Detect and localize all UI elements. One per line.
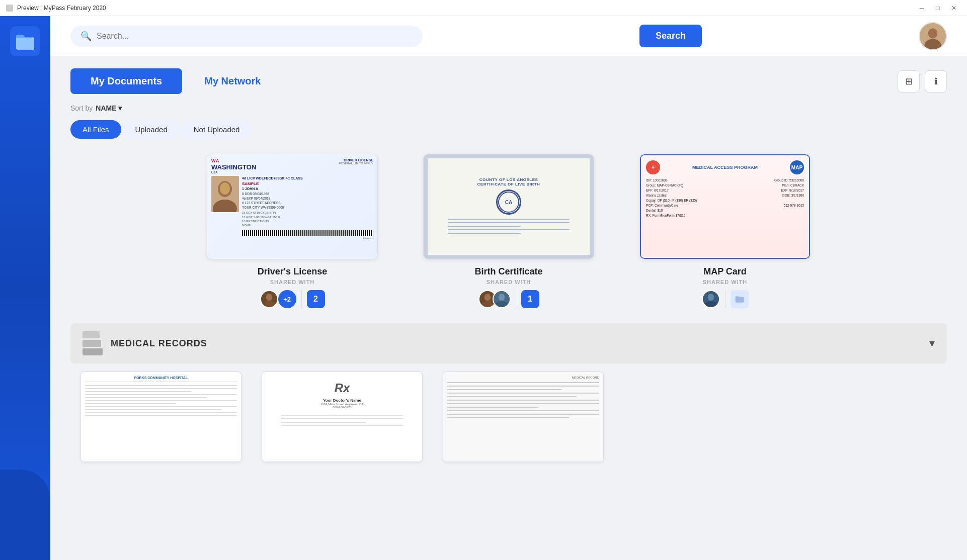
search-bar[interactable]: 🔍 bbox=[70, 26, 423, 47]
sort-chevron-icon: ▾ bbox=[118, 104, 122, 112]
search-icon: 🔍 bbox=[80, 31, 92, 42]
svg-point-6 bbox=[220, 182, 230, 195]
medical-records-icon bbox=[83, 331, 103, 355]
folder-badge-2 bbox=[731, 290, 749, 308]
rx-doctor-name: Your Doctor's Name bbox=[323, 398, 361, 403]
info-button[interactable]: ℹ bbox=[925, 70, 947, 92]
doc-shared-label-2: SHARED WITH bbox=[703, 279, 748, 285]
titlebar-title: Preview : MyPass February 2020 bbox=[17, 5, 106, 12]
section-expand-icon: ▾ bbox=[929, 337, 935, 350]
doc-shared-label-1: SHARED WITH bbox=[487, 279, 531, 285]
map-logo-left: + bbox=[646, 160, 660, 174]
app-container: 🔍 Search My Documents My Network bbox=[0, 16, 967, 560]
filter-uploaded[interactable]: Uploaded bbox=[123, 120, 180, 139]
doc-thumbnail-drivers-license: WA WASHINGTON USA DRIVER LICENSE FEDERAL… bbox=[207, 154, 378, 259]
svg-point-19 bbox=[707, 294, 713, 301]
filter-all-files[interactable]: All Files bbox=[70, 120, 121, 139]
tab-group: My Documents My Network bbox=[70, 68, 281, 94]
filter-not-uploaded[interactable]: Not Uploaded bbox=[182, 120, 252, 139]
maximize-button[interactable]: □ bbox=[931, 3, 945, 13]
medical-docs-grid: FORKS COMMUNITY HOSPITAL bbox=[70, 371, 947, 472]
tab-my-documents[interactable]: My Documents bbox=[70, 68, 182, 94]
doc-avatars-0: +2 2 bbox=[260, 290, 325, 308]
med-thumb-hospital[interactable]: FORKS COMMUNITY HOSPITAL bbox=[80, 371, 241, 462]
doc-name-birth-cert: Birth Certificate bbox=[474, 266, 542, 277]
map-title: MEDICAL ACCESS PROGRAM bbox=[692, 165, 758, 170]
main-content: 🔍 Search My Documents My Network bbox=[50, 16, 967, 560]
search-input[interactable] bbox=[97, 32, 413, 41]
header: 🔍 Search bbox=[50, 16, 967, 56]
svg-point-8 bbox=[266, 294, 272, 301]
bc-lines bbox=[448, 219, 570, 236]
folder-small-icon bbox=[735, 294, 745, 304]
section-bar-left: MEDICAL RECORDS bbox=[83, 331, 207, 355]
avatar-image bbox=[920, 22, 946, 50]
doc-shared-label-0: SHARED WITH bbox=[270, 279, 315, 285]
doc-thumbnail-map-card: + MEDICAL ACCESS PROGRAM MAP ID#: 100026… bbox=[639, 154, 811, 259]
doc-card-birth-certificate[interactable]: County of Los AngelesCertificate of Live… bbox=[416, 154, 602, 308]
svg-point-1 bbox=[928, 28, 938, 38]
sidebar-logo[interactable] bbox=[10, 26, 40, 56]
doc-avatars-2 bbox=[702, 290, 749, 308]
avatar-group-1 bbox=[478, 290, 511, 308]
doc-avatars-1: 1 bbox=[478, 290, 539, 308]
avatar-group-2 bbox=[702, 290, 720, 308]
sort-bar: Sort by NAME ▾ bbox=[70, 104, 947, 112]
divider-0 bbox=[301, 290, 302, 308]
count-badge-0: 2 bbox=[307, 290, 325, 308]
doc-name-drivers-license: Driver's License bbox=[258, 266, 327, 277]
sort-label: Sort by bbox=[70, 104, 93, 112]
grid-view-button[interactable]: ⊞ bbox=[898, 70, 920, 92]
small-avatar-1-2 bbox=[493, 290, 511, 308]
doc-card-drivers-license[interactable]: WA WASHINGTON USA DRIVER LICENSE FEDERAL… bbox=[199, 154, 385, 308]
document-grid: WA WASHINGTON USA DRIVER LICENSE FEDERAL… bbox=[70, 154, 947, 308]
search-button[interactable]: Search bbox=[639, 25, 702, 47]
tabs-row: My Documents My Network ⊞ ℹ bbox=[70, 68, 947, 94]
medical-records-title: MEDICAL RECORDS bbox=[111, 338, 207, 349]
sidebar-bump bbox=[0, 470, 50, 560]
medical-records-section-bar[interactable]: MEDICAL RECORDS ▾ bbox=[70, 323, 947, 363]
doc-card-map-card[interactable]: + MEDICAL ACCESS PROGRAM MAP ID#: 100026… bbox=[632, 154, 818, 308]
titlebar-controls: ─ □ ✕ bbox=[915, 3, 961, 13]
filter-bar: All Files Uploaded Not Uploaded bbox=[70, 120, 947, 139]
med-thumb-prescription[interactable]: Rx Your Doctor's Name 1234 Main Street, … bbox=[262, 371, 423, 462]
titlebar: Preview : MyPass February 2020 ─ □ ✕ bbox=[0, 0, 967, 16]
tab-my-network[interactable]: My Network bbox=[184, 68, 281, 94]
folder-icon bbox=[14, 30, 36, 52]
bc-seal: CA bbox=[496, 190, 521, 215]
user-avatar[interactable] bbox=[919, 22, 947, 50]
rx-symbol: Rx bbox=[335, 381, 350, 395]
avatar-badge-0: +2 bbox=[278, 290, 296, 308]
small-avatar-0-1 bbox=[260, 290, 278, 308]
content-area: My Documents My Network ⊞ ℹ Sort by NAME bbox=[50, 56, 967, 560]
avatar-group-0: +2 bbox=[260, 290, 296, 308]
rx-address: 1234 Main Street, Anytown USA800-266-822… bbox=[320, 403, 364, 409]
doc-name-map-card: MAP Card bbox=[703, 266, 747, 277]
med-thumb-generic[interactable]: MEDICAL RECORD bbox=[443, 371, 604, 462]
svg-point-16 bbox=[498, 294, 504, 301]
doc-thumbnail-birth-cert: County of Los AngelesCertificate of Live… bbox=[423, 154, 594, 259]
close-button[interactable]: ✕ bbox=[947, 3, 961, 13]
svg-text:CA: CA bbox=[505, 200, 512, 205]
small-avatar-2-1 bbox=[702, 290, 720, 308]
dl-photo-svg bbox=[211, 176, 239, 212]
sidebar bbox=[0, 16, 50, 560]
info-icon: ℹ bbox=[934, 76, 938, 87]
divider-2 bbox=[725, 290, 726, 308]
svg-point-13 bbox=[484, 294, 490, 301]
sort-value[interactable]: NAME ▾ bbox=[96, 104, 122, 112]
tab-actions: ⊞ ℹ bbox=[898, 70, 947, 92]
titlebar-left: Preview : MyPass February 2020 bbox=[6, 5, 106, 12]
app-icon bbox=[6, 5, 13, 12]
divider-1 bbox=[516, 290, 516, 308]
grid-icon: ⊞ bbox=[905, 76, 913, 87]
count-badge-1: 1 bbox=[521, 290, 539, 308]
minimize-button[interactable]: ─ bbox=[915, 3, 929, 13]
map-logo-right: MAP bbox=[790, 160, 804, 174]
